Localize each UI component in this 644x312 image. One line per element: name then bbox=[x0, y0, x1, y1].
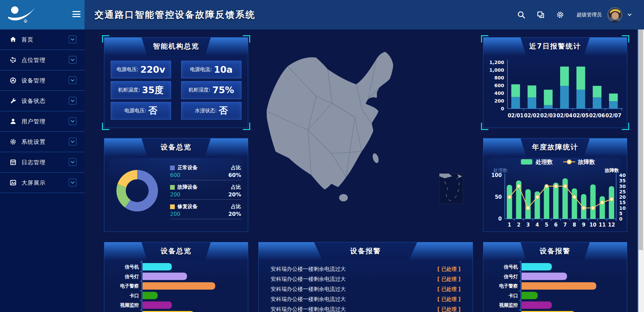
header-actions: 超级管理员 bbox=[506, 0, 633, 29]
sidebar-item-expand[interactable] bbox=[69, 97, 76, 105]
steering-wheel-icon bbox=[9, 77, 17, 84]
legend-line2: 20020% bbox=[170, 210, 241, 217]
alarm-hbar-chart: 信号机信号灯电子警察卡口视频监控 bbox=[483, 260, 627, 312]
search-icon[interactable] bbox=[517, 10, 526, 19]
svg-text:02/07: 02/07 bbox=[605, 113, 621, 119]
stat-box-1: 电源电压:220v bbox=[111, 61, 171, 78]
alarm-status[interactable]: [ 已处理 ] bbox=[437, 286, 461, 293]
svg-text:卡口: 卡口 bbox=[508, 293, 518, 298]
sidebar-item-expand[interactable] bbox=[69, 158, 76, 166]
sidebar-item-5[interactable]: 用户管理 bbox=[0, 111, 85, 132]
svg-text:3: 3 bbox=[526, 222, 530, 228]
svg-text:1,000: 1,000 bbox=[489, 67, 504, 73]
device-hbar-chart: 信号机信号灯电子警察卡口视频监控 bbox=[104, 260, 248, 312]
device-donut-chart bbox=[110, 164, 164, 217]
stat-box-6: 水浸状态:否 bbox=[181, 102, 241, 120]
svg-text:电子警察: 电子警察 bbox=[120, 283, 139, 289]
header: R 交通路口智能管控设备故障反馈系统 超级管理员 bbox=[0, 0, 644, 29]
screen-icon bbox=[9, 179, 17, 186]
alarm-status[interactable]: [ 已处理 ] bbox=[437, 306, 461, 312]
gear-icon bbox=[9, 138, 17, 145]
hamburger-menu-icon[interactable] bbox=[72, 11, 80, 18]
legend-name: 故障设备 bbox=[170, 184, 198, 190]
legend-line2: 20020% bbox=[170, 190, 241, 198]
svg-text:02/03: 02/03 bbox=[540, 113, 556, 119]
panel-org-overview: 智能机构总览 电源电压:220v电源电流:10a机柜温度:35度机柜湿度:75%… bbox=[104, 37, 248, 128]
svg-text:20: 20 bbox=[619, 194, 626, 200]
china-map bbox=[254, 33, 477, 238]
sidebar-item-label: 设备管理 bbox=[21, 77, 46, 84]
alarm-status[interactable]: [ 已处理 ] bbox=[437, 296, 461, 303]
chevron-down-icon[interactable] bbox=[627, 12, 633, 18]
panel-header: 设备报警 bbox=[483, 242, 627, 260]
svg-text:50: 50 bbox=[495, 194, 502, 200]
svg-text:R: R bbox=[25, 20, 26, 22]
legend-line1: 修复设备占比 bbox=[170, 203, 241, 210]
alarm-list: 安科瑞办公楼一楼剩余电流过大[ 已处理 ]安科瑞办公楼一楼剩余电流过大[ 已处理… bbox=[259, 260, 473, 312]
alarm-text: 安科瑞办公楼一楼剩余电流过大 bbox=[271, 296, 346, 303]
panel-device-donut: 设备总览 正常设备占比60060%故障设备占比20020%修复设备占比20020… bbox=[104, 138, 248, 232]
svg-text:故障数: 故障数 bbox=[604, 168, 619, 173]
stat-label: 电源电压: bbox=[124, 108, 146, 114]
svg-text:信号灯: 信号灯 bbox=[124, 274, 139, 279]
panel-title: 设备报警 bbox=[483, 242, 627, 260]
stat-box-3: 机柜温度:35度 bbox=[111, 81, 171, 99]
svg-text:5: 5 bbox=[619, 211, 623, 216]
svg-text:电子警察: 电子警察 bbox=[499, 283, 518, 289]
copy-pages-icon[interactable] bbox=[536, 10, 545, 19]
svg-text:600: 600 bbox=[494, 83, 504, 88]
panel-title: 设备总览 bbox=[104, 138, 248, 156]
legend-percent: 20% bbox=[228, 211, 241, 217]
stat-label: 电源电压: bbox=[116, 66, 138, 73]
stat-value: 75% bbox=[212, 85, 234, 95]
sidebar-item-1[interactable]: 首页 bbox=[0, 29, 85, 50]
alarm-status[interactable]: [ 已处理 ] bbox=[437, 276, 461, 283]
sidebar-item-8[interactable]: 大屏展示 bbox=[0, 173, 85, 193]
alarm-text: 安科瑞办公楼一楼剩余电流过大 bbox=[271, 306, 346, 312]
svg-text:信号机: 信号机 bbox=[503, 264, 518, 269]
panel-title: 设备总览 bbox=[104, 242, 248, 260]
home-icon bbox=[9, 36, 17, 43]
svg-text:6: 6 bbox=[554, 222, 557, 228]
sidebar-item-6[interactable]: 系统设置 bbox=[0, 132, 85, 152]
panel-alarm-hbar: 设备报警 信号机信号灯电子警察卡口视频监控 bbox=[483, 242, 627, 312]
current-user-name[interactable]: 超级管理员 bbox=[577, 12, 602, 18]
svg-text:800: 800 bbox=[494, 75, 504, 80]
sidebar-item-4[interactable]: 设备状态 bbox=[0, 91, 85, 111]
sidebar-item-3[interactable]: 设备管理 bbox=[0, 70, 85, 91]
scrollbar-thumb[interactable] bbox=[639, 29, 643, 250]
stat-value: 否 bbox=[219, 105, 228, 117]
sidebar-item-7[interactable]: 日志管理 bbox=[0, 152, 85, 173]
svg-text:信号灯: 信号灯 bbox=[503, 274, 518, 279]
alarm-status[interactable]: [ 已处理 ] bbox=[437, 266, 461, 272]
svg-text:40: 40 bbox=[619, 173, 626, 178]
svg-text:视频监控: 视频监控 bbox=[499, 302, 518, 308]
sidebar-item-label: 系统设置 bbox=[21, 138, 46, 146]
stat-label: 机柜温度: bbox=[118, 87, 140, 93]
logo-strip: R bbox=[0, 0, 85, 29]
sidebar-item-expand[interactable] bbox=[69, 36, 76, 43]
sidebar-item-expand[interactable] bbox=[69, 56, 76, 64]
alarm-row-4: 安科瑞办公楼一楼剩余电流过大[ 已处理 ] bbox=[259, 294, 473, 304]
sidebar-item-2[interactable]: 点位管理 bbox=[0, 50, 85, 70]
user-avatar[interactable] bbox=[607, 7, 623, 22]
panel-title: 智能机构总览 bbox=[104, 38, 248, 55]
sidebar-item-expand[interactable] bbox=[69, 179, 76, 186]
stat-box-5: 电源电压:否 bbox=[111, 102, 171, 120]
svg-text:02/06: 02/06 bbox=[589, 113, 605, 119]
svg-text:0: 0 bbox=[501, 106, 504, 111]
svg-text:2: 2 bbox=[517, 222, 520, 228]
scrollbar-track[interactable] bbox=[638, 29, 644, 312]
alarm-text: 安科瑞办公楼一楼剩余电流过大 bbox=[271, 266, 346, 273]
svg-text:10: 10 bbox=[619, 205, 626, 211]
alarm-text: 安科瑞办公楼一楼剩余电流过大 bbox=[271, 286, 346, 293]
svg-text:0: 0 bbox=[619, 216, 623, 222]
svg-text:故障数: 故障数 bbox=[578, 159, 595, 165]
panel-title: 近7日报警统计 bbox=[483, 38, 627, 55]
panel-weekly-alarms: 近7日报警统计 02004006008001,0001,20002/0102/0… bbox=[483, 37, 627, 128]
settings-gear-icon[interactable] bbox=[556, 10, 565, 19]
sidebar-item-expand[interactable] bbox=[69, 76, 76, 84]
sidebar-item-expand[interactable] bbox=[69, 117, 76, 125]
sidebar-item-expand[interactable] bbox=[69, 138, 76, 145]
org-stats-grid: 电源电压:220v电源电流:10a机柜温度:35度机柜湿度:75%电源电压:否水… bbox=[111, 61, 241, 120]
